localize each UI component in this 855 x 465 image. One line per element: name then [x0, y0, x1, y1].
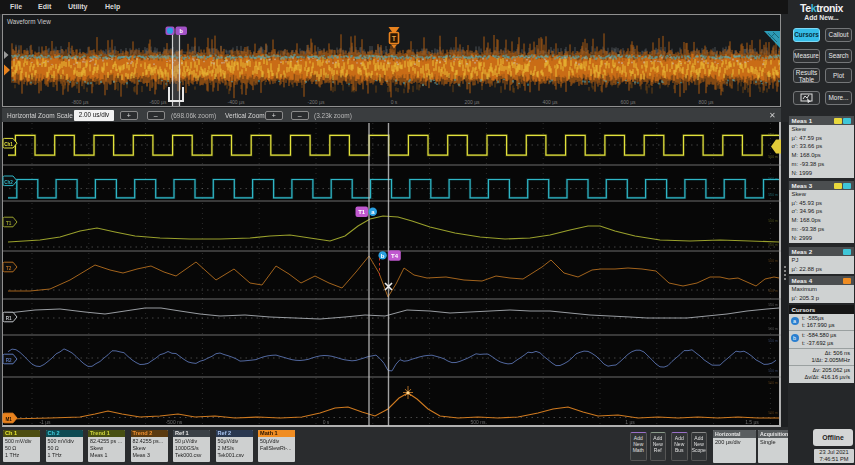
svg-text:500 m: 500 m [768, 327, 778, 331]
svg-text:500 m: 500 m [768, 243, 778, 247]
svg-text:500 m: 500 m [768, 155, 778, 159]
svg-text:Ch2: Ch2 [4, 180, 13, 185]
svg-text:500 m: 500 m [768, 339, 778, 343]
svg-text:500 m: 500 m [768, 381, 778, 385]
svg-text:T2: T2 [6, 266, 12, 271]
svg-text:T1: T1 [6, 221, 12, 226]
svg-text:R1: R1 [6, 316, 12, 321]
svg-text:500 m: 500 m [768, 259, 778, 263]
svg-text:1 µs: 1 µs [625, 419, 635, 425]
svg-text:-1 µs: -1 µs [39, 419, 51, 425]
svg-text:1.5 µs: 1.5 µs [745, 419, 759, 425]
svg-text:500 m: 500 m [768, 177, 778, 181]
svg-text:500 ns: 500 ns [470, 419, 486, 425]
svg-text:500 m: 500 m [768, 133, 778, 137]
svg-text:500 m: 500 m [768, 411, 778, 415]
svg-text:R2: R2 [6, 358, 12, 363]
svg-text:T4: T4 [391, 253, 399, 259]
svg-text:500 m: 500 m [768, 303, 778, 307]
svg-text:M1: M1 [5, 417, 12, 422]
svg-text:T1: T1 [358, 209, 366, 215]
svg-text:0 s: 0 s [323, 419, 330, 425]
svg-text:500 m: 500 m [768, 369, 778, 373]
svg-text:b: b [381, 253, 385, 259]
svg-text:500 m: 500 m [768, 289, 778, 293]
svg-text:500 m: 500 m [768, 219, 778, 223]
svg-text:-500 ns: -500 ns [166, 419, 183, 425]
svg-text:500 m: 500 m [768, 193, 778, 197]
svg-text:Ch1: Ch1 [4, 142, 13, 147]
